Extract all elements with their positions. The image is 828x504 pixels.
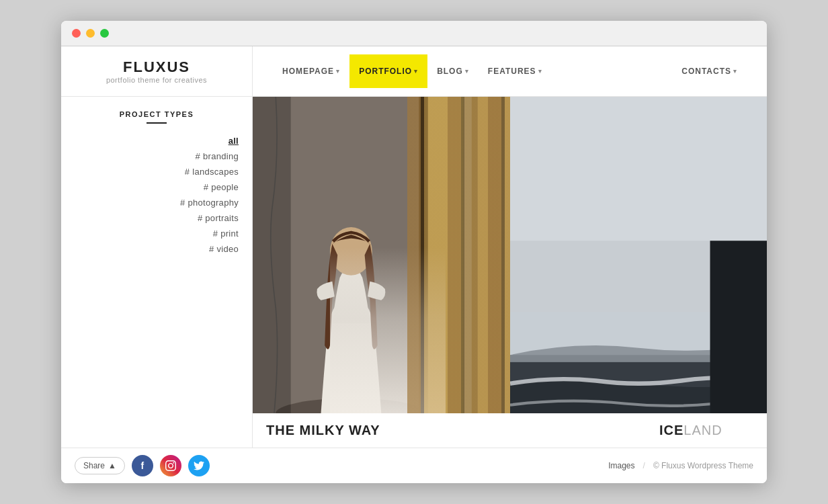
iceland-title: ICELAND <box>659 423 753 438</box>
chevron-down-icon: ▾ <box>414 68 418 75</box>
minimize-dot[interactable] <box>86 29 95 38</box>
sidebar: PROJECT TYPES all # branding # landscape… <box>61 97 253 448</box>
chevron-down-icon: ▾ <box>465 68 469 75</box>
svg-rect-3 <box>478 97 510 413</box>
sidebar-brand: FLUXUS portfolio theme for creatives <box>61 46 253 96</box>
images-label: Images <box>608 461 634 470</box>
chevron-down-icon: ▾ <box>538 68 542 75</box>
browser-window: FLUXUS portfolio theme for creatives HOM… <box>61 21 767 483</box>
filter-item-all[interactable]: all <box>75 133 239 149</box>
nav-item-contacts[interactable]: CONTACTS ▾ <box>672 54 747 88</box>
maximize-dot[interactable] <box>100 29 109 38</box>
filter-item-print[interactable]: # print <box>75 226 239 241</box>
svg-rect-1 <box>427 97 464 413</box>
portfolio-item-iceland[interactable] <box>510 97 768 413</box>
copyright-text: © Fluxus Wordpress Theme <box>653 461 753 470</box>
portfolio-label-iceland[interactable]: ICELAND <box>646 413 767 448</box>
project-types-title: PROJECT TYPES <box>75 110 239 118</box>
svg-rect-0 <box>253 97 510 413</box>
svg-rect-11 <box>253 97 291 413</box>
portfolio-image-milkyway <box>253 97 510 413</box>
nav-links: HOMEPAGE ▾ PORTFOLIO ▾ BLOG ▾ FEATURES ▾… <box>253 54 767 88</box>
browser-chrome <box>61 21 767 46</box>
twitter-svg <box>194 460 204 471</box>
svg-rect-8 <box>419 97 427 413</box>
portfolio-label-milkyway[interactable]: THE MILKY WAY <box>253 413 646 448</box>
milkyway-title: THE MILKY WAY <box>266 423 632 438</box>
chevron-down-icon: ▾ <box>336 68 340 75</box>
chevron-down-icon: ▾ <box>733 68 737 75</box>
close-dot[interactable] <box>72 29 81 38</box>
filter-item-video[interactable]: # video <box>75 241 239 257</box>
instagram-svg <box>165 460 176 471</box>
chevron-up-icon: ▲ <box>108 461 116 470</box>
svg-rect-16 <box>710 241 767 413</box>
twitter-icon[interactable] <box>188 455 210 476</box>
footer-divider: / <box>643 461 645 470</box>
svg-point-10 <box>330 227 372 276</box>
filter-item-portraits[interactable]: # portraits <box>75 210 239 226</box>
sidebar-divider <box>147 122 167 124</box>
iceland-svg <box>510 97 768 413</box>
filter-item-people[interactable]: # people <box>75 179 239 195</box>
nav-item-features[interactable]: FEATURES ▾ <box>479 54 552 88</box>
filter-item-landscapes[interactable]: # landscapes <box>75 164 239 179</box>
site-title: FLUXUS <box>75 58 239 76</box>
share-button[interactable]: Share ▲ <box>75 457 125 474</box>
footer-right: Images / © Fluxus Wordpress Theme <box>608 461 753 470</box>
main-content: THE MILKY WAY ICELAND <box>253 97 767 448</box>
portfolio-item-milkyway[interactable] <box>253 97 510 413</box>
top-nav: FLUXUS portfolio theme for creatives HOM… <box>61 46 767 97</box>
portfolio-grid <box>253 97 767 413</box>
svg-rect-2 <box>472 97 478 413</box>
portfolio-image-iceland <box>510 97 768 413</box>
nav-item-portfolio[interactable]: PORTFOLIO ▾ <box>349 54 427 88</box>
filter-item-photography[interactable]: # photography <box>75 195 239 210</box>
content-area: PROJECT TYPES all # branding # landscape… <box>61 97 767 448</box>
svg-rect-13 <box>510 97 768 241</box>
nav-item-blog[interactable]: BLOG ▾ <box>427 54 479 88</box>
browser-body: FLUXUS portfolio theme for creatives HOM… <box>61 46 767 483</box>
page-footer: Share ▲ f Images / © Fluxus Wordpress Th… <box>61 448 767 483</box>
milkyway-svg <box>253 97 510 413</box>
site-subtitle: portfolio theme for creatives <box>75 76 239 84</box>
portfolio-labels: THE MILKY WAY ICELAND <box>253 413 767 448</box>
instagram-icon[interactable] <box>160 455 181 476</box>
filter-item-branding[interactable]: # branding <box>75 149 239 164</box>
facebook-icon[interactable]: f <box>132 455 153 476</box>
nav-item-homepage[interactable]: HOMEPAGE ▾ <box>273 54 349 88</box>
